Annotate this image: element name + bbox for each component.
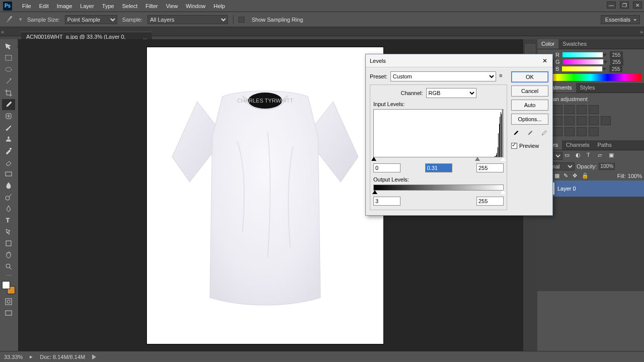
menu-layer[interactable]: Layer — [76, 3, 98, 9]
menu-filter[interactable]: Filter — [141, 3, 162, 9]
lock-trans-icon[interactable]: ▦ — [554, 172, 561, 179]
type-tool[interactable]: T — [2, 215, 15, 226]
bw-icon[interactable] — [565, 116, 575, 125]
filter-shape-icon[interactable]: ▱ — [598, 152, 607, 160]
fill-value[interactable]: 100% — [628, 173, 642, 179]
channelmixer-icon[interactable] — [589, 116, 599, 125]
window-minimize-button[interactable]: — — [607, 2, 616, 9]
menu-window[interactable]: Window — [182, 3, 209, 9]
layer-row[interactable]: Layer 0 — [537, 180, 644, 197]
rect-marquee-tool[interactable] — [2, 53, 15, 64]
output-black-field[interactable] — [373, 197, 400, 206]
preview-checkbox[interactable] — [511, 143, 517, 149]
dodge-tool[interactable] — [2, 192, 15, 203]
foreground-color-swatch[interactable] — [2, 281, 10, 289]
document-canvas[interactable]: CHARLES TYRWHITT — [147, 47, 383, 344]
window-close-button[interactable]: ✕ — [633, 2, 642, 9]
preset-menu-icon[interactable] — [499, 72, 507, 80]
edit-toolbar-icon[interactable]: ⋯ — [2, 273, 15, 279]
menu-view[interactable]: View — [162, 3, 182, 9]
menu-help[interactable]: Help — [209, 3, 229, 9]
history-panel-icon[interactable] — [525, 44, 535, 54]
pen-tool[interactable] — [2, 203, 15, 214]
sample-size-select[interactable]: Point Sample — [65, 15, 117, 24]
menu-edit[interactable]: Edit — [35, 3, 53, 9]
menu-type[interactable]: Type — [98, 3, 118, 9]
input-black-slider[interactable] — [371, 157, 376, 161]
exposure-icon[interactable] — [577, 105, 587, 114]
b-value[interactable]: 255 — [609, 65, 622, 72]
output-white-field[interactable] — [476, 197, 504, 206]
zoom-readout[interactable]: 33.33% — [4, 354, 23, 360]
black-eyedropper-icon[interactable] — [511, 129, 520, 138]
menu-select[interactable]: Select — [118, 3, 142, 9]
cancel-button[interactable]: Cancel — [511, 85, 548, 97]
auto-button[interactable]: Auto — [511, 100, 548, 111]
path-select-tool[interactable] — [2, 226, 15, 237]
curves-icon[interactable] — [565, 105, 575, 114]
output-white-slider[interactable] — [501, 190, 506, 194]
lock-paint-icon[interactable]: ✎ — [564, 172, 571, 179]
levels-icon[interactable] — [552, 105, 562, 114]
tab-color[interactable]: Color — [537, 39, 558, 49]
colorbalance-icon[interactable] — [552, 116, 562, 125]
chevron-left-icon[interactable]: « — [0, 29, 5, 35]
selcolor-icon[interactable] — [589, 127, 599, 136]
shape-tool[interactable] — [2, 238, 15, 249]
input-slider-track[interactable] — [373, 157, 504, 162]
preset-select[interactable]: Custom — [390, 71, 496, 81]
crop-tool[interactable] — [2, 87, 15, 99]
photofilter-icon[interactable] — [577, 116, 587, 125]
g-slider[interactable] — [563, 59, 603, 64]
history-brush-tool[interactable] — [2, 145, 15, 156]
zoom-tool[interactable] — [2, 261, 15, 272]
hand-tool[interactable] — [2, 249, 15, 260]
sample-select[interactable]: All Layers — [147, 15, 228, 24]
lock-all-icon[interactable]: 🔒 — [582, 172, 589, 179]
blur-tool[interactable] — [2, 180, 15, 191]
foreground-background-swatch[interactable] — [2, 281, 15, 294]
color-spectrum[interactable] — [540, 74, 641, 81]
options-button[interactable]: Options... — [511, 114, 548, 125]
chevron-right-icon[interactable]: » — [639, 29, 644, 35]
colorlookup-icon[interactable] — [601, 116, 611, 125]
status-menu-icon[interactable]: ▸ — [30, 353, 33, 360]
input-gamma-field[interactable] — [425, 163, 452, 172]
tab-swatches[interactable]: Swatches — [558, 39, 591, 49]
b-slider[interactable] — [562, 66, 602, 71]
r-slider[interactable] — [562, 52, 603, 57]
eyedropper-tool[interactable] — [2, 99, 15, 110]
healing-brush-tool[interactable] — [2, 111, 15, 122]
workspace-switcher[interactable]: Essentials — [601, 15, 640, 24]
window-maximize-button[interactable]: ❐ — [620, 2, 629, 9]
opacity-value[interactable]: 100% — [599, 163, 615, 170]
magic-wand-tool[interactable] — [2, 76, 15, 87]
filter-adjust-icon[interactable]: ◐ — [576, 152, 585, 160]
g-value[interactable]: 255 — [610, 58, 623, 65]
vibrance-icon[interactable] — [589, 105, 599, 114]
lock-pos-icon[interactable]: ✥ — [573, 172, 580, 179]
output-slider-track[interactable] — [373, 191, 504, 196]
channel-select[interactable]: RGB — [426, 88, 476, 98]
gradmap-icon[interactable] — [577, 127, 587, 136]
close-icon[interactable]: ✕ — [541, 57, 548, 64]
tab-channels[interactable]: Channels — [562, 140, 593, 150]
clone-stamp-tool[interactable] — [2, 134, 15, 145]
white-eyedropper-icon[interactable] — [539, 129, 548, 138]
input-black-field[interactable] — [373, 163, 400, 172]
brush-tool[interactable] — [2, 122, 15, 133]
layer-name[interactable]: Layer 0 — [557, 186, 576, 192]
eraser-tool[interactable] — [2, 157, 15, 168]
r-value[interactable]: 255 — [610, 51, 623, 58]
posterize-icon[interactable] — [552, 127, 562, 136]
gray-eyedropper-icon[interactable] — [525, 129, 534, 138]
move-tool[interactable] — [2, 41, 15, 52]
input-white-slider[interactable] — [501, 157, 506, 161]
show-sampling-ring-checkbox[interactable] — [238, 17, 245, 23]
filter-type-icon[interactable]: T — [587, 152, 596, 160]
menu-file[interactable]: File — [18, 3, 35, 9]
menu-image[interactable]: Image — [53, 3, 76, 9]
quickmask-toggle[interactable] — [2, 296, 15, 307]
input-white-field[interactable] — [476, 163, 504, 172]
lasso-tool[interactable] — [2, 64, 15, 75]
